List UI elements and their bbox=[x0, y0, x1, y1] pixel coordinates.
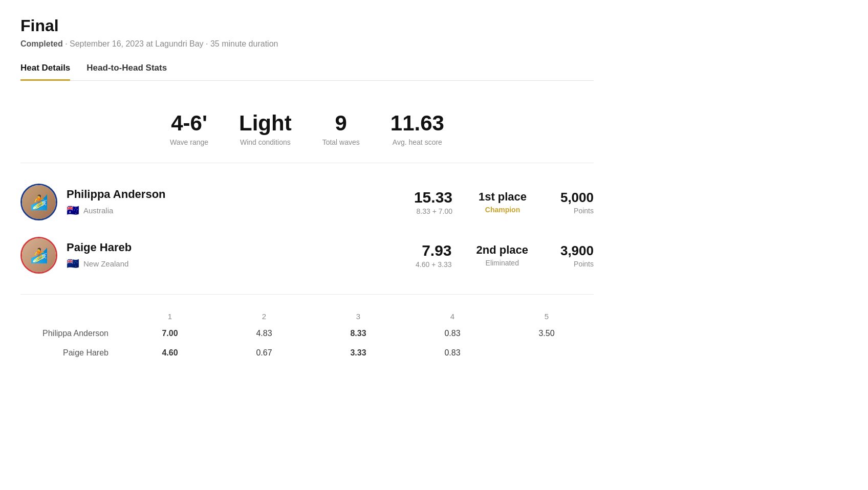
placement-status-paige: Eliminated bbox=[476, 259, 528, 267]
wave-score-paige-4: 0.83 bbox=[405, 343, 500, 363]
wave-score-paige-3: 3.33 bbox=[311, 343, 405, 363]
wave-score-philippa-2: 4.83 bbox=[217, 324, 311, 343]
tab-heat-details[interactable]: Heat Details bbox=[20, 63, 70, 81]
wave-score-philippa-1: 7.00 bbox=[123, 324, 217, 343]
athlete-country-philippa: 🇦🇺 Australia bbox=[67, 204, 414, 216]
placement-philippa: 1st place Champion bbox=[477, 190, 528, 214]
placement-status-philippa: Champion bbox=[477, 206, 528, 214]
wave-col-3: 3 bbox=[311, 309, 405, 324]
points-value-paige: 3,900 bbox=[553, 243, 594, 259]
placement-value-philippa: 1st place bbox=[477, 190, 528, 204]
avatar-face-paige: 🏄 bbox=[22, 238, 56, 272]
points-paige: 3,900 Points bbox=[553, 243, 594, 268]
wave-score-paige-1: 4.60 bbox=[123, 343, 217, 363]
athlete-name-philippa: Philippa Anderson bbox=[67, 188, 414, 201]
athlete-row: 🏄 Philippa Anderson 🇦🇺 Australia 15.33 8… bbox=[20, 175, 594, 229]
stat-wind-conditions: Light Wind conditions bbox=[239, 112, 292, 146]
stats-row: 4-6' Wave range Light Wind conditions 9 … bbox=[20, 97, 594, 163]
wind-conditions-label: Wind conditions bbox=[239, 138, 292, 146]
avatar-paige: 🏄 bbox=[20, 237, 57, 274]
points-value-philippa: 5,000 bbox=[553, 190, 594, 206]
wave-col-2: 2 bbox=[217, 309, 311, 324]
wind-conditions-value: Light bbox=[239, 112, 292, 135]
athlete-row: 🏄 Paige Hareb 🇳🇿 New Zealand 7.93 4.60 +… bbox=[20, 229, 594, 282]
wave-col-5: 5 bbox=[500, 309, 594, 324]
wave-col-1: 1 bbox=[123, 309, 217, 324]
total-waves-label: Total waves bbox=[322, 138, 360, 146]
table-row: Philippa Anderson 7.00 4.83 8.33 0.83 3.… bbox=[20, 324, 594, 343]
wave-score-philippa-3: 8.33 bbox=[311, 324, 405, 343]
athlete-country-paige: 🇳🇿 New Zealand bbox=[67, 257, 416, 270]
avg-heat-score-label: Avg. heat score bbox=[390, 138, 444, 146]
total-waves-value: 9 bbox=[322, 112, 360, 135]
wave-range-value: 4-6' bbox=[170, 112, 208, 135]
total-score-philippa: 15.33 8.33 + 7.00 bbox=[414, 189, 452, 215]
points-philippa: 5,000 Points bbox=[553, 190, 594, 215]
wave-score-philippa-5: 3.50 bbox=[500, 324, 594, 343]
avatar-face-philippa: 🏄 bbox=[22, 185, 56, 219]
wave-breakdown-philippa: 8.33 + 7.00 bbox=[414, 207, 452, 215]
wave-range-label: Wave range bbox=[170, 138, 208, 146]
total-score-value-philippa: 15.33 bbox=[414, 189, 452, 206]
country-name-philippa: Australia bbox=[83, 206, 113, 215]
athletes-section: 🏄 Philippa Anderson 🇦🇺 Australia 15.33 8… bbox=[20, 163, 594, 295]
event-date-location: · September 16, 2023 at Lagundri Bay · 3… bbox=[65, 39, 278, 48]
wave-table-header-row: 1 2 3 4 5 bbox=[20, 309, 594, 324]
event-status: Completed bbox=[20, 39, 63, 48]
wave-col-4: 4 bbox=[405, 309, 500, 324]
wave-score-paige-2: 0.67 bbox=[217, 343, 311, 363]
tab-head-to-head[interactable]: Head-to-Head Stats bbox=[86, 63, 167, 81]
page-title: Final bbox=[20, 16, 594, 35]
wave-athlete-name-paige: Paige Hareb bbox=[20, 343, 123, 363]
athlete-info-paige: Paige Hareb 🇳🇿 New Zealand bbox=[67, 241, 416, 270]
wave-table-section: 1 2 3 4 5 Philippa Anderson 7.00 4.83 8.… bbox=[20, 295, 594, 363]
points-label-paige: Points bbox=[553, 260, 594, 268]
wave-score-philippa-4: 0.83 bbox=[405, 324, 500, 343]
stat-avg-heat-score: 11.63 Avg. heat score bbox=[390, 112, 444, 146]
flag-nz: 🇳🇿 bbox=[67, 257, 79, 270]
stat-total-waves: 9 Total waves bbox=[322, 112, 360, 146]
total-score-value-paige: 7.93 bbox=[416, 242, 451, 259]
avatar-philippa: 🏄 bbox=[20, 184, 57, 220]
points-label-philippa: Points bbox=[553, 207, 594, 215]
tab-bar: Heat Details Head-to-Head Stats bbox=[20, 63, 594, 81]
stat-wave-range: 4-6' Wave range bbox=[170, 112, 208, 146]
avg-heat-score-value: 11.63 bbox=[390, 112, 444, 135]
wave-athlete-name-philippa: Philippa Anderson bbox=[20, 324, 123, 343]
total-score-paige: 7.93 4.60 + 3.33 bbox=[416, 242, 451, 269]
athlete-scores-philippa: 15.33 8.33 + 7.00 1st place Champion 5,0… bbox=[414, 189, 594, 215]
table-row: Paige Hareb 4.60 0.67 3.33 0.83 bbox=[20, 343, 594, 363]
placement-value-paige: 2nd place bbox=[476, 243, 528, 257]
athlete-scores-paige: 7.93 4.60 + 3.33 2nd place Eliminated 3,… bbox=[416, 242, 594, 269]
athlete-info-philippa: Philippa Anderson 🇦🇺 Australia bbox=[67, 188, 414, 216]
wave-breakdown-paige: 4.60 + 3.33 bbox=[416, 260, 451, 269]
wave-score-paige-5-empty bbox=[500, 343, 594, 363]
flag-australia: 🇦🇺 bbox=[67, 204, 79, 216]
athlete-name-paige: Paige Hareb bbox=[67, 241, 416, 254]
country-name-paige: New Zealand bbox=[83, 259, 128, 268]
wave-header-empty bbox=[20, 309, 123, 324]
wave-score-table: 1 2 3 4 5 Philippa Anderson 7.00 4.83 8.… bbox=[20, 309, 594, 363]
placement-paige: 2nd place Eliminated bbox=[476, 243, 528, 267]
event-subtitle: Completed · September 16, 2023 at Lagund… bbox=[20, 39, 594, 49]
